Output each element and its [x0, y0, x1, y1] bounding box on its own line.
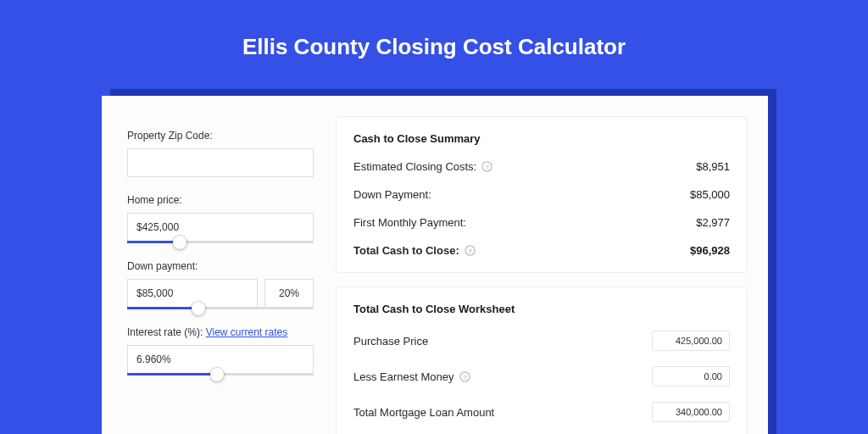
field-down-payment: Down payment: $85,000 20% — [127, 260, 314, 309]
summary-row-label: Estimated Closing Costs:? — [353, 160, 492, 173]
down-payment-slider[interactable] — [127, 307, 314, 309]
page-title: Ellis County Closing Cost Calculator — [0, 34, 868, 60]
interest-rate-slider-thumb[interactable] — [210, 368, 224, 381]
down-payment-label: Down payment: — [127, 260, 314, 272]
worksheet-row-label: Less Earnest Money? — [353, 370, 470, 383]
summary-row-label: Total Cash to Close:? — [353, 244, 476, 257]
summary-row-value: $2,977 — [696, 216, 730, 229]
down-payment-pct-input[interactable]: 20% — [264, 279, 314, 308]
down-payment-slider-thumb[interactable] — [192, 302, 205, 315]
worksheet-row-label-text: Total Mortgage Loan Amount — [353, 406, 494, 419]
interest-rate-slider-fill — [127, 373, 217, 376]
summary-rows: Estimated Closing Costs:?$8,951Down Paym… — [353, 160, 730, 257]
interest-rate-slider[interactable] — [127, 373, 314, 376]
worksheet-row: Purchase Price425,000.00 — [353, 331, 730, 351]
summary-row-value: $96,928 — [690, 244, 730, 257]
inputs-panel: Property Zip Code: Home price: $425,000 … — [102, 96, 336, 434]
summary-row-label-text: Estimated Closing Costs: — [353, 160, 476, 173]
worksheet-row-input[interactable]: 0.00 — [652, 366, 730, 387]
zip-label: Property Zip Code: — [127, 130, 314, 142]
home-price-slider-thumb[interactable] — [173, 236, 186, 249]
field-zip: Property Zip Code: — [127, 130, 314, 177]
worksheet-row-input[interactable]: 340,000.00 — [652, 402, 730, 422]
worksheet-row-label: Purchase Price — [353, 335, 428, 348]
calculator-panel: Property Zip Code: Home price: $425,000 … — [102, 96, 768, 434]
worksheet-card: Total Cash to Close Worksheet Purchase P… — [336, 287, 748, 434]
view-rates-link[interactable]: View current rates — [206, 326, 288, 338]
field-interest-rate: Interest rate (%): View current rates 6.… — [127, 326, 314, 376]
summary-row: Estimated Closing Costs:?$8,951 — [353, 160, 730, 173]
interest-rate-label: Interest rate (%): View current rates — [127, 326, 314, 338]
summary-row-value: $85,000 — [690, 188, 730, 201]
help-icon[interactable]: ? — [481, 161, 492, 172]
worksheet-row-label-text: Purchase Price — [353, 335, 428, 348]
worksheet-row-input[interactable]: 425,000.00 — [652, 331, 730, 351]
svg-text:?: ? — [463, 373, 467, 381]
field-home-price: Home price: $425,000 — [127, 194, 314, 243]
home-price-slider-fill — [127, 241, 180, 243]
help-icon[interactable]: ? — [459, 371, 470, 382]
help-icon[interactable]: ? — [465, 245, 476, 256]
down-payment-slider-fill — [127, 307, 198, 309]
results-panel: Cash to Close Summary Estimated Closing … — [336, 96, 768, 434]
worksheet-title: Total Cash to Close Worksheet — [353, 303, 730, 315]
summary-row-label-text: First Monthly Payment: — [353, 216, 466, 229]
worksheet-row: Less Earnest Money?0.00 — [353, 366, 730, 387]
home-price-input[interactable]: $425,000 — [127, 213, 314, 242]
summary-row: Down Payment:$85,000 — [353, 188, 730, 201]
worksheet-row: Total Mortgage Loan Amount340,000.00 — [353, 402, 730, 422]
worksheet-rows: Purchase Price425,000.00Less Earnest Mon… — [353, 331, 730, 434]
summary-row-label: First Monthly Payment: — [353, 216, 466, 229]
svg-text:?: ? — [468, 248, 472, 255]
interest-rate-label-text: Interest rate (%): — [127, 326, 203, 338]
worksheet-row-label-text: Less Earnest Money — [353, 370, 454, 383]
zip-input[interactable] — [127, 148, 314, 177]
summary-card: Cash to Close Summary Estimated Closing … — [336, 116, 748, 273]
summary-row: Total Cash to Close:?$96,928 — [353, 244, 730, 257]
summary-title: Cash to Close Summary — [353, 132, 730, 145]
summary-row-label-text: Down Payment: — [353, 188, 431, 201]
summary-row: First Monthly Payment:$2,977 — [353, 216, 730, 229]
home-price-label: Home price: — [127, 194, 314, 206]
worksheet-row-label: Total Mortgage Loan Amount — [353, 406, 494, 419]
summary-row-value: $8,951 — [696, 160, 730, 173]
summary-row-label-text: Total Cash to Close: — [353, 244, 459, 257]
home-price-slider[interactable] — [127, 241, 314, 243]
svg-text:?: ? — [486, 164, 490, 171]
summary-row-label: Down Payment: — [353, 188, 431, 201]
